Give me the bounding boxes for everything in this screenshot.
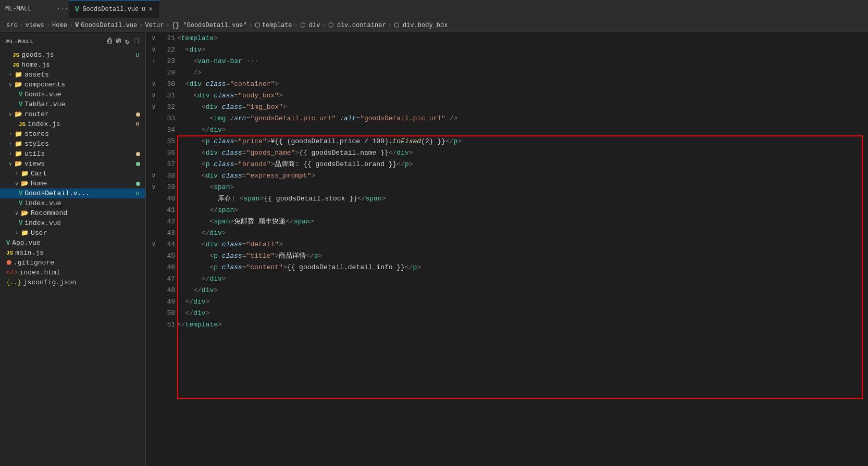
sidebar-item-main-js[interactable]: JS main.js xyxy=(0,248,145,258)
js-icon: JS xyxy=(19,121,26,128)
sidebar-item-label: utils xyxy=(24,150,45,158)
code-32: <div class="img_box"> xyxy=(177,102,868,113)
sidebar-item-label: Recommend xyxy=(31,209,67,217)
bc-div: ⬡ div xyxy=(300,21,320,29)
sidebar-item-router-index-js[interactable]: JS index.js M xyxy=(0,119,145,129)
new-file-icon[interactable]: ⎙ xyxy=(107,37,112,46)
sidebar-item-index-html[interactable]: </> index.html xyxy=(0,268,145,278)
arrow-right-icon: › xyxy=(13,171,21,177)
sidebar-item-app-vue[interactable]: V App.vue xyxy=(0,238,145,248)
gutter-47: 47 xyxy=(146,273,177,285)
gutter-45: 45 xyxy=(146,250,177,262)
refresh-icon[interactable]: ↻ xyxy=(125,37,130,46)
code-21: <template> xyxy=(177,33,868,44)
arrow-down-icon: ∨ xyxy=(6,161,15,167)
sidebar-item-label: main.js xyxy=(15,249,44,257)
gutter-44: ∨ 44 xyxy=(146,239,177,250)
sidebar-item-assets[interactable]: › 📁 assets xyxy=(0,70,145,80)
sidebar-item-cart[interactable]: › 📁 Cart xyxy=(0,169,145,179)
sidebar-item-label: goods.js xyxy=(21,51,54,59)
line-40: 40 库存: <span>{{ goodsDetail.stock }}</sp… xyxy=(146,193,868,205)
line-32: ∨ 32 <div class="img_box"> xyxy=(146,102,868,113)
sidebar-item-label: index.vue xyxy=(24,219,61,227)
gutter-38: ∨ 38 xyxy=(146,170,177,182)
new-folder-icon[interactable]: ⎚ xyxy=(116,37,121,46)
title-dots: ··· xyxy=(56,5,68,13)
close-icon[interactable]: × xyxy=(148,5,153,14)
bc-src: src xyxy=(6,22,18,29)
sidebar-item-goodsdetail[interactable]: V GoodsDetail.v... U xyxy=(0,188,145,198)
git-icon: ⬟ xyxy=(6,259,11,267)
sidebar-item-label: components xyxy=(24,81,65,89)
code-35: <p class="price">¥{{ (goodsDetail.price … xyxy=(177,136,868,147)
sidebar-item-tabbar-vue[interactable]: V TabBar.vue xyxy=(0,99,145,109)
sidebar-item-stores[interactable]: › 📁 stores xyxy=(0,129,145,139)
badge-u: U xyxy=(133,191,141,197)
code-43: </div> xyxy=(177,228,868,239)
gutter-35: 35 xyxy=(146,136,177,147)
sidebar-item-goods-js[interactable]: JS goods.js U xyxy=(0,50,145,60)
sidebar-item-utils[interactable]: › 📁 utils xyxy=(0,149,145,159)
sidebar-item-home-index-vue[interactable]: V index.vue xyxy=(0,198,145,208)
gutter-31: ∨ 31 xyxy=(146,90,177,102)
badge-m: M xyxy=(133,121,141,128)
arrow-right-icon: › xyxy=(6,151,15,157)
arrow-down-icon: ∨ xyxy=(6,82,15,88)
gutter-21: ∨ 21 xyxy=(146,33,177,44)
code-lines: ∨ 21 <template> ∨ 22 <div> xyxy=(146,33,868,466)
sidebar-item-label: assets xyxy=(24,71,49,79)
line-21: ∨ 21 <template> xyxy=(146,33,868,44)
tab-goodsdetail[interactable]: V GoodsDetail.vue U × xyxy=(69,0,159,18)
sidebar-header: ML-MALL ⎙ ⎚ ↻ □ xyxy=(0,33,145,50)
line-37: 37 <p class="brands">品牌商: {{ goodsDetail… xyxy=(146,159,868,170)
line-36: 36 <div class="goods_name">{{ goodsDetai… xyxy=(146,147,868,159)
status-dot xyxy=(136,162,140,166)
html-icon: </> xyxy=(6,269,18,276)
code-46: <p class="content">{{ goodsDetail.detail… xyxy=(177,262,868,273)
gutter-36: 36 xyxy=(146,147,177,159)
line-22: ∨ 22 <div> xyxy=(146,44,868,56)
status-dot xyxy=(136,152,140,156)
sidebar-item-label: styles xyxy=(24,140,49,148)
sidebar-item-router[interactable]: ∨ 📂 router xyxy=(0,109,145,119)
code-51: </template> xyxy=(177,319,868,331)
folder-icon: 📁 xyxy=(15,71,22,79)
code-42: <span>免邮费 顺丰快递</span> xyxy=(177,216,868,228)
arrow-right-icon: › xyxy=(6,131,15,137)
sidebar-item-styles[interactable]: › 📁 styles xyxy=(0,139,145,149)
vue-icon: V xyxy=(6,240,10,247)
gutter-41: 41 xyxy=(146,205,177,216)
line-46: 46 <p class="content">{{ goodsDetail.det… xyxy=(146,262,868,273)
bc-home: Home xyxy=(52,22,67,29)
sidebar-item-home[interactable]: ∨ 📂 Home xyxy=(0,179,145,188)
line-39: ∨ 39 <span> xyxy=(146,182,868,193)
sidebar-item-jsconfig-json[interactable]: {..} jsconfig.json xyxy=(0,278,145,287)
code-44: <div class="detail"> xyxy=(177,239,868,250)
folder-open-icon: 📂 xyxy=(15,110,22,118)
sidebar-item-home-js[interactable]: JS home.js xyxy=(0,60,145,70)
sidebar-item-recommend[interactable]: ∨ 📂 Recommend xyxy=(0,208,145,218)
badge-u: U xyxy=(133,52,141,58)
collapse-icon[interactable]: □ xyxy=(134,37,139,46)
vue-icon: V xyxy=(19,91,22,98)
code-29: /> xyxy=(177,67,868,79)
line-50: 50 </div> xyxy=(146,308,868,319)
sidebar-item-views[interactable]: ∨ 📂 views xyxy=(0,159,145,169)
sidebar-item-recommend-index-vue[interactable]: V index.vue xyxy=(0,218,145,228)
folder-icon: 📁 xyxy=(15,140,22,148)
tab-modified: U xyxy=(142,6,145,12)
sidebar-item-user[interactable]: › 📁 User xyxy=(0,228,145,238)
folder-open-icon: 📂 xyxy=(15,160,22,168)
folder-icon: 📁 xyxy=(21,229,29,237)
sidebar-item-components[interactable]: ∨ 📂 components xyxy=(0,80,145,90)
sidebar-item-goods-vue[interactable]: V Goods.vue xyxy=(0,90,145,99)
sidebar-item-label: Home xyxy=(31,180,47,187)
code-22: <div> xyxy=(177,44,868,56)
folder-open-icon: 📂 xyxy=(21,180,29,187)
sidebar-item-gitignore[interactable]: ⬟ .gitignore xyxy=(0,258,145,268)
gutter-29: 29 xyxy=(146,67,177,79)
code-30: <div class="container"> xyxy=(177,79,868,90)
code-45: <p class="title">商品详情</p> xyxy=(177,250,868,262)
code-47: </div> xyxy=(177,273,868,285)
code-36: <div class="goods_name">{{ goodsDetail.n… xyxy=(177,147,868,159)
